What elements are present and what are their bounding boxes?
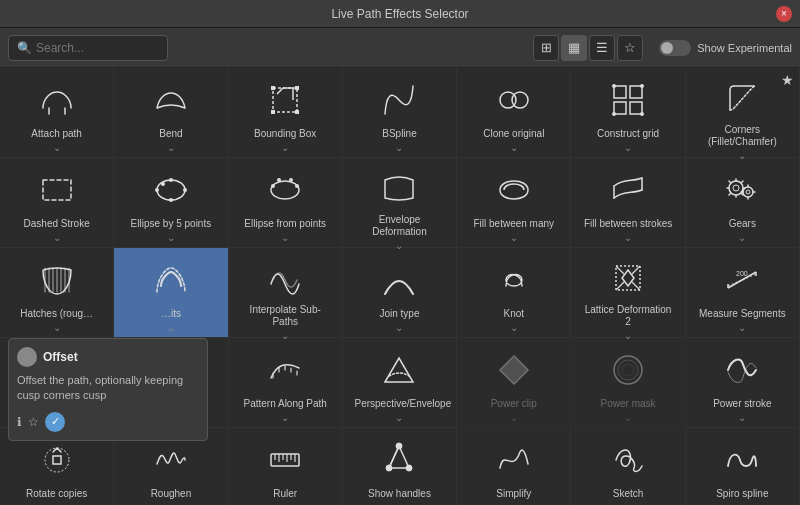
effect-power-mask[interactable]: Power mask ⌄ <box>571 338 685 428</box>
svg-point-28 <box>733 185 739 191</box>
effect-power-mask-label: Power mask <box>601 398 656 410</box>
effect-power-stroke-label: Power stroke <box>713 398 771 410</box>
svg-rect-8 <box>630 86 642 98</box>
effect-hatches[interactable]: Hatches (roug… ⌄ <box>0 248 114 338</box>
effect-lattice2[interactable]: Lattice Deformation 2 ⌄ <box>571 248 685 338</box>
offset-star-button[interactable]: ☆ <box>28 415 39 429</box>
effect-power-clip-label: Power clip <box>491 398 537 410</box>
power-stroke-icon <box>718 346 766 394</box>
effect-bounding-box[interactable]: Bounding Box ⌄ <box>229 68 343 158</box>
svg-rect-15 <box>43 180 71 200</box>
svg-point-23 <box>271 184 275 188</box>
roughen-icon <box>147 436 195 484</box>
gears-icon <box>718 166 766 214</box>
effect-offset-selected[interactable]: …its ⌄ <box>114 248 228 338</box>
search-box[interactable]: 🔍 <box>8 35 168 61</box>
effect-ruler[interactable]: Ruler ⌄ <box>229 428 343 505</box>
view-list-button[interactable]: ☰ <box>589 35 615 61</box>
svg-point-13 <box>612 112 616 116</box>
toggle-label: Show Experimental <box>697 42 792 54</box>
effect-hatches-label: Hatches (roug… <box>20 308 93 320</box>
effect-construct-grid[interactable]: Construct grid ⌄ <box>571 68 685 158</box>
effect-sketch-label: Sketch <box>613 488 644 500</box>
hatches-icon <box>33 256 81 304</box>
construct-grid-icon <box>604 76 652 124</box>
corners-icon <box>718 76 766 120</box>
search-icon: 🔍 <box>17 41 32 55</box>
svg-rect-42 <box>53 456 61 464</box>
dashed-stroke-icon <box>33 166 81 214</box>
rotate-copies-icon <box>33 436 81 484</box>
favorite-star-button[interactable]: ★ <box>781 72 794 88</box>
effect-perspective[interactable]: Perspective/Envelope ⌄ <box>343 338 457 428</box>
effect-power-clip[interactable]: Power clip ⌄ <box>457 338 571 428</box>
effect-knot-label: Knot <box>503 308 524 320</box>
effect-simplify[interactable]: Simplify ⌄ <box>457 428 571 505</box>
effect-ruler-label: Ruler <box>273 488 297 500</box>
effect-join-type[interactable]: Join type ⌄ <box>343 248 457 338</box>
bend-icon <box>147 76 195 124</box>
svg-point-54 <box>386 465 392 471</box>
effect-roughen-label: Roughen <box>151 488 192 500</box>
offset-popup-description: Offset the path, optionally keeping cusp… <box>17 373 199 404</box>
effect-envelope-deform[interactable]: Envelope Deformation ⌄ <box>343 158 457 248</box>
effect-dashed-stroke[interactable]: Dashed Stroke ⌄ <box>0 158 114 248</box>
effect-show-handles[interactable]: Show handles ⌄ <box>343 428 457 505</box>
offset-info-button[interactable]: ℹ <box>17 415 22 429</box>
offset-popup-circle-icon <box>17 347 37 367</box>
search-input[interactable] <box>36 41 159 55</box>
experimental-toggle[interactable] <box>659 40 691 56</box>
effect-construct-grid-label: Construct grid <box>597 128 659 140</box>
pattern-path-icon <box>261 346 309 394</box>
effect-power-stroke[interactable]: Power stroke ⌄ <box>686 338 800 428</box>
effect-gears-label: Gears <box>729 218 756 230</box>
sketch-icon <box>604 436 652 484</box>
effect-interpolate-sub[interactable]: Interpolate Sub-Paths ⌄ <box>229 248 343 338</box>
svg-point-12 <box>640 84 644 88</box>
effect-ellipse-pts[interactable]: Ellipse from points ⌄ <box>229 158 343 248</box>
effect-clone-original[interactable]: Clone original ⌄ <box>457 68 571 158</box>
ellipse-5pts-icon <box>147 166 195 214</box>
effect-measure-segments-label: Measure Segments <box>699 308 786 320</box>
effect-fill-many[interactable]: Fill between many ⌄ <box>457 158 571 248</box>
svg-point-41 <box>45 448 69 472</box>
effect-fill-strokes[interactable]: Fill between strokes ⌄ <box>571 158 685 248</box>
effect-pattern-path-label: Pattern Along Path <box>244 398 327 410</box>
offset-apply-button[interactable]: ✓ <box>45 412 65 432</box>
svg-line-51 <box>389 446 399 468</box>
offset-popup-header: Offset <box>17 347 199 367</box>
bounding-box-icon <box>261 76 309 124</box>
effect-corners-label: Corners (Fillet/Chamfer) <box>697 124 787 148</box>
svg-point-26 <box>295 184 299 188</box>
svg-point-22 <box>271 181 299 199</box>
svg-point-30 <box>746 190 750 194</box>
effect-bounding-box-label: Bounding Box <box>254 128 316 140</box>
view-favorites-button[interactable]: ☆ <box>617 35 643 61</box>
effect-bend-label: Bend <box>159 128 182 140</box>
effect-clone-original-label: Clone original <box>483 128 544 140</box>
effect-simplify-label: Simplify <box>496 488 531 500</box>
effect-attach-path[interactable]: Attach path ⌄ <box>0 68 114 158</box>
effect-measure-segments[interactable]: 200 Measure Segments ⌄ <box>686 248 800 338</box>
effect-spiro-spline[interactable]: Spiro spline ⌄ <box>686 428 800 505</box>
svg-point-6 <box>512 92 528 108</box>
effect-sketch[interactable]: Sketch ⌄ <box>571 428 685 505</box>
effect-knot[interactable]: Knot ⌄ <box>457 248 571 338</box>
spiro-spline-icon <box>718 436 766 484</box>
effect-pattern-path[interactable]: Pattern Along Path ⌄ <box>229 338 343 428</box>
knot-icon <box>490 256 538 304</box>
svg-point-39 <box>618 360 638 380</box>
view-grid-large-button[interactable]: ⊞ <box>533 35 559 61</box>
effect-attach-path-label: Attach path <box>31 128 82 140</box>
effect-lattice2-label: Lattice Deformation 2 <box>583 304 673 328</box>
effect-gears[interactable]: Gears ⌄ <box>686 158 800 248</box>
offset-popup: Offset Offset the path, optionally keepi… <box>8 338 208 441</box>
view-grid-small-button[interactable]: ▦ <box>561 35 587 61</box>
close-button[interactable]: × <box>776 6 792 22</box>
effect-interpolate-sub-label: Interpolate Sub-Paths <box>240 304 330 328</box>
effect-bend[interactable]: Bend ⌄ <box>114 68 228 158</box>
clone-original-icon <box>490 76 538 124</box>
effect-bspline[interactable]: BSpline ⌄ <box>343 68 457 158</box>
effect-ellipse-5pts[interactable]: Ellipse by 5 points ⌄ <box>114 158 228 248</box>
svg-point-17 <box>155 188 159 192</box>
